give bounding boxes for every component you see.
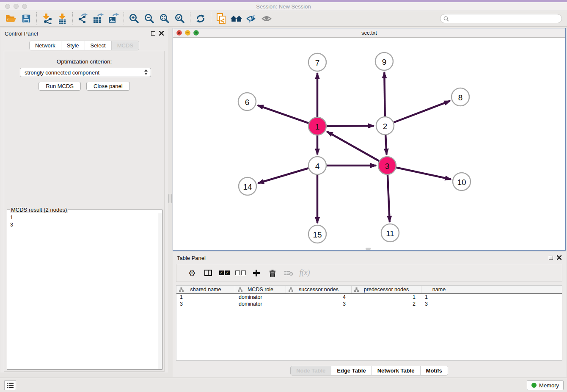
mcds-result-scrollbar[interactable] bbox=[158, 213, 162, 369]
float-panel-icon[interactable] bbox=[151, 31, 155, 36]
cell-successor_nodes[interactable]: 3 bbox=[286, 301, 352, 307]
save-session-button[interactable] bbox=[19, 12, 34, 25]
open-session-button[interactable] bbox=[3, 12, 19, 25]
edge-3-11[interactable] bbox=[388, 174, 390, 222]
node-label: 11 bbox=[386, 229, 394, 238]
node-label: 9 bbox=[382, 58, 387, 66]
canvas-scrollbar-thumb[interactable] bbox=[366, 248, 371, 250]
network-canvas[interactable]: 1234678910111415 bbox=[173, 38, 565, 250]
zoom-in-button[interactable] bbox=[127, 12, 142, 25]
import-network-button[interactable] bbox=[39, 12, 55, 25]
refresh-button[interactable] bbox=[193, 12, 208, 25]
task-history-button[interactable] bbox=[4, 380, 16, 390]
tab-edge-table[interactable]: Edge Table bbox=[331, 366, 371, 375]
edge-1-6[interactable] bbox=[258, 105, 309, 123]
tab-node-table[interactable]: Node Table bbox=[291, 366, 331, 375]
home-layout-button[interactable] bbox=[229, 12, 244, 25]
edge-2-9[interactable] bbox=[384, 72, 385, 117]
graph-node-15[interactable]: 15 bbox=[308, 225, 326, 243]
panel-splitter-handle[interactable] bbox=[168, 194, 172, 203]
import-table-button[interactable] bbox=[55, 12, 70, 25]
column-settings-button[interactable]: ⚙ bbox=[184, 266, 200, 280]
split-panel-button[interactable] bbox=[200, 266, 216, 280]
delete-table-button[interactable] bbox=[281, 266, 297, 280]
cell-predecessor_nodes[interactable]: 2 bbox=[352, 301, 421, 307]
titlebar: Session: New Session bbox=[0, 2, 567, 11]
zoom-fit-button[interactable] bbox=[157, 12, 172, 25]
graph-node-4[interactable]: 4 bbox=[308, 157, 326, 174]
cell-mcds_role[interactable]: dominator bbox=[235, 294, 286, 301]
cell-predecessor_nodes[interactable]: 1 bbox=[352, 294, 421, 301]
run-mcds-button[interactable]: Run MCDS bbox=[39, 82, 81, 91]
column-header-successor_nodes[interactable]: successor nodes bbox=[286, 286, 352, 293]
cell-mcds_role[interactable]: dominator bbox=[235, 301, 286, 307]
mcds-result-text[interactable]: 1 3 bbox=[8, 213, 158, 369]
tab-select[interactable]: Select bbox=[85, 41, 111, 50]
node-label: 7 bbox=[315, 58, 320, 67]
edge-2-8[interactable] bbox=[394, 101, 450, 122]
zoom-selected-button[interactable] bbox=[172, 12, 187, 25]
float-table-panel-icon[interactable] bbox=[549, 256, 553, 260]
search-input[interactable] bbox=[451, 16, 561, 22]
tab-motifs[interactable]: Motifs bbox=[420, 366, 448, 375]
cell-shared_name[interactable]: 3 bbox=[176, 301, 235, 307]
zoom-out-button[interactable] bbox=[142, 12, 157, 25]
memory-status-icon bbox=[531, 383, 537, 388]
cell-successor_nodes[interactable]: 4 bbox=[286, 294, 352, 301]
graph-node-8[interactable]: 8 bbox=[451, 88, 469, 106]
network-graph[interactable]: 1234678910111415 bbox=[173, 38, 565, 250]
select-all-columns-button[interactable]: ✓✓ bbox=[216, 266, 232, 280]
cell-shared_name[interactable]: 1 bbox=[176, 294, 235, 301]
edge-3-1[interactable] bbox=[327, 132, 380, 161]
graph-node-2[interactable]: 2 bbox=[376, 117, 394, 135]
network-window-titlebar[interactable]: scc.txt bbox=[173, 28, 565, 38]
memory-button[interactable]: Memory bbox=[527, 380, 564, 390]
cell-name[interactable]: 3 bbox=[421, 301, 457, 307]
delete-columns-button[interactable] bbox=[264, 266, 281, 280]
graph-node-7[interactable]: 7 bbox=[308, 53, 326, 71]
graph-node-3[interactable]: 3 bbox=[378, 157, 396, 174]
graph-node-10[interactable]: 10 bbox=[453, 173, 471, 190]
add-column-button[interactable] bbox=[248, 266, 264, 280]
table-row[interactable]: 3dominator323 bbox=[176, 301, 562, 307]
criterion-dropdown[interactable]: strongly connected component bbox=[20, 68, 151, 77]
export-network-button[interactable] bbox=[75, 12, 91, 25]
gear-icon: ⚙ bbox=[188, 269, 196, 277]
export-image-button[interactable] bbox=[106, 12, 121, 25]
control-panel-tabs: Network Style Select MCDS bbox=[0, 41, 168, 50]
tab-mcds[interactable]: MCDS bbox=[111, 41, 139, 50]
column-header-predecessor_nodes[interactable]: predecessor nodes bbox=[352, 286, 421, 293]
graph-node-6[interactable]: 6 bbox=[238, 93, 256, 110]
edge-4-14[interactable] bbox=[258, 168, 309, 183]
tab-network[interactable]: Network bbox=[30, 41, 61, 50]
graph-node-14[interactable]: 14 bbox=[239, 177, 256, 195]
edge-2-3[interactable] bbox=[385, 135, 387, 155]
graph-node-9[interactable]: 9 bbox=[375, 52, 393, 70]
function-builder-button[interactable]: f(x) bbox=[297, 266, 313, 280]
close-table-panel-icon[interactable] bbox=[557, 255, 561, 260]
column-header-name[interactable]: name bbox=[421, 286, 457, 293]
dropdown-stepper-icon bbox=[144, 69, 148, 75]
unselect-all-columns-button[interactable] bbox=[232, 266, 248, 280]
search-field[interactable] bbox=[440, 14, 562, 23]
edge-1-2[interactable] bbox=[326, 126, 374, 126]
cell-name[interactable]: 1 bbox=[421, 294, 457, 301]
graph-node-11[interactable]: 11 bbox=[381, 224, 399, 242]
export-table-button[interactable] bbox=[91, 12, 106, 25]
edge-3-10[interactable] bbox=[396, 167, 451, 179]
column-header-shared_name[interactable]: shared name bbox=[176, 286, 235, 293]
tab-style[interactable]: Style bbox=[61, 41, 85, 50]
column-header-mcds_role[interactable]: MCDS role bbox=[235, 286, 286, 293]
table-panel-title: Table Panel bbox=[177, 255, 206, 261]
close-panel-icon[interactable] bbox=[159, 31, 164, 36]
open-session-icon bbox=[6, 14, 17, 23]
graph-node-1[interactable]: 1 bbox=[308, 117, 326, 135]
clone-network-button[interactable] bbox=[214, 12, 229, 25]
node-label: 6 bbox=[245, 98, 250, 107]
table-row[interactable]: 1dominator411 bbox=[176, 294, 562, 301]
hide-graphics-button[interactable] bbox=[244, 12, 259, 25]
zoom-fit-icon bbox=[159, 13, 170, 24]
close-panel-button[interactable]: Close panel bbox=[86, 82, 130, 91]
tab-network-table[interactable]: Network Table bbox=[372, 366, 420, 375]
show-graphics-button[interactable] bbox=[259, 12, 275, 25]
